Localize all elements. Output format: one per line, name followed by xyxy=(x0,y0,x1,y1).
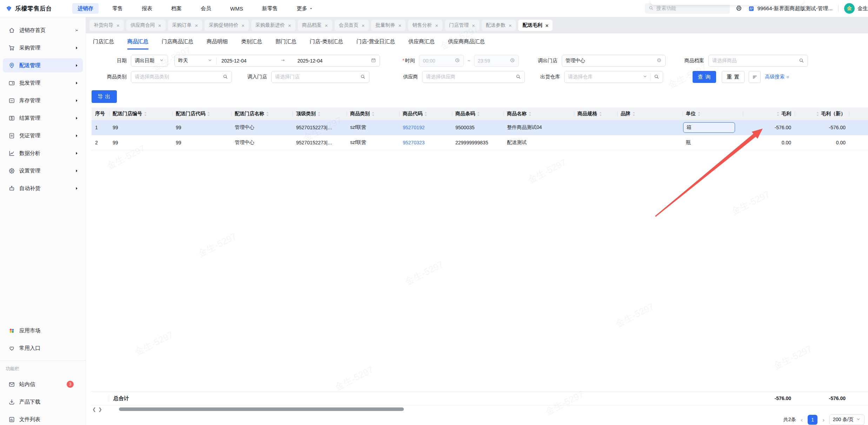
search-icon[interactable] xyxy=(222,74,228,80)
column-header[interactable]: 品牌 xyxy=(617,107,682,120)
sort-icon[interactable] xyxy=(632,111,635,117)
tab[interactable]: 会员首页× xyxy=(335,20,369,31)
column-header[interactable]: 商品代码 xyxy=(399,107,452,120)
sort-icon[interactable] xyxy=(776,111,780,117)
close-icon[interactable]: × xyxy=(195,23,198,28)
time-to-input[interactable]: 23:59 xyxy=(474,55,519,67)
date-range-picker[interactable]: 昨天 2025-12-04 2025-12-04 xyxy=(174,55,380,67)
next-page-icon[interactable]: › xyxy=(822,417,824,423)
topnav-item[interactable]: 零售 xyxy=(107,3,128,14)
sidebar-item[interactable]: 文件列表 xyxy=(3,412,83,425)
close-icon[interactable]: × xyxy=(325,23,328,28)
subtab[interactable]: 门店汇总 xyxy=(93,33,114,50)
product-input[interactable]: 请选择商品 xyxy=(708,55,808,67)
sort-icon[interactable] xyxy=(528,111,532,117)
sort-icon[interactable] xyxy=(477,111,480,117)
sidebar-item[interactable]: 凭证管理 xyxy=(3,129,83,143)
tab[interactable]: 销售分析× xyxy=(408,20,442,31)
subtab[interactable]: 商品明细 xyxy=(207,33,228,50)
collapse-sidebar-icon[interactable] xyxy=(74,28,79,33)
date-to-value[interactable]: 2025-12-04 xyxy=(298,58,323,64)
sidebar-item[interactable]: 采购管理 xyxy=(3,41,83,55)
close-icon[interactable]: × xyxy=(158,23,161,28)
sort-icon[interactable] xyxy=(816,111,819,117)
column-header[interactable]: 配送门店代码 xyxy=(172,107,231,120)
subtab[interactable]: 门店商品汇总 xyxy=(162,33,193,50)
tab[interactable]: 配送参数× xyxy=(482,20,516,31)
scrollbar-thumb[interactable] xyxy=(119,407,404,411)
in-store-input[interactable]: 请选择门店 xyxy=(271,71,369,83)
sidebar-item[interactable]: 站内信3 xyxy=(3,377,83,391)
column-header[interactable]: 单位 xyxy=(682,107,743,120)
tab[interactable]: 采购最新进价× xyxy=(251,20,295,31)
subtab[interactable]: 供应商商品汇总 xyxy=(448,33,485,50)
horizontal-scrollbar[interactable]: ❮ ❯ xyxy=(92,406,868,412)
topnav-item[interactable]: 档案 xyxy=(166,3,187,14)
page-button[interactable]: 1 xyxy=(808,415,817,425)
close-icon[interactable]: × xyxy=(398,23,401,28)
topnav-item[interactable]: 报表 xyxy=(136,3,158,14)
subtab[interactable]: 部门汇总 xyxy=(275,33,296,50)
scroll-right-icon[interactable]: ❯ xyxy=(98,407,103,412)
topnav-item[interactable]: 新零售 xyxy=(257,3,283,14)
close-icon[interactable]: × xyxy=(472,23,475,28)
sort-icon[interactable] xyxy=(424,111,427,117)
column-settings-button[interactable] xyxy=(749,71,761,83)
org-selector[interactable]: 99664-新界面商超版测试-管理... xyxy=(748,5,833,12)
date-type-select[interactable]: 调出日期 xyxy=(131,55,168,67)
tab[interactable]: 采购订单× xyxy=(168,20,202,31)
table-row[interactable]: 29999管理中心95270152273|…szf联营9527032322999… xyxy=(92,135,868,150)
sidebar-item[interactable]: 应用市场 xyxy=(3,323,83,338)
advanced-search-link[interactable]: 高级搜索 xyxy=(765,74,790,80)
clear-icon[interactable] xyxy=(656,58,662,64)
sort-icon[interactable] xyxy=(599,111,602,117)
query-button[interactable]: 查 询 xyxy=(693,71,716,83)
topnav-item[interactable]: WMS xyxy=(225,3,248,14)
sidebar-item[interactable]: 产品下载 xyxy=(3,395,83,409)
search-icon[interactable] xyxy=(515,74,521,80)
product-code-link[interactable]: 95270323 xyxy=(403,140,425,145)
printer-icon[interactable] xyxy=(735,5,742,13)
unit-cell-editor[interactable]: 箱 xyxy=(683,122,735,133)
product-code-link[interactable]: 95270192 xyxy=(403,125,425,130)
warehouse-select[interactable]: 请选择仓库 xyxy=(564,71,663,83)
column-header[interactable]: 配送门店编号 xyxy=(109,107,172,120)
time-from-input[interactable]: 00:00 xyxy=(419,55,464,67)
date-from-value[interactable]: 2025-12-04 xyxy=(221,58,247,64)
search-icon[interactable] xyxy=(360,74,366,80)
sidebar-item[interactable]: 库存管理 xyxy=(3,93,83,107)
sidebar-item[interactable]: 结算管理 xyxy=(3,111,83,125)
date-preset-select[interactable]: 昨天 xyxy=(175,58,216,64)
close-icon[interactable]: × xyxy=(241,23,245,28)
column-header[interactable]: 毛利 xyxy=(743,107,795,120)
sort-icon[interactable] xyxy=(144,111,147,117)
column-header[interactable]: 商品条码 xyxy=(452,107,503,120)
close-icon[interactable]: × xyxy=(116,23,120,28)
subtab[interactable]: 门店-营业日汇总 xyxy=(356,33,395,50)
sidebar-item[interactable]: 配送管理 xyxy=(3,58,83,72)
column-header[interactable]: 顶级类别 xyxy=(293,107,347,120)
calendar-icon[interactable] xyxy=(371,58,376,64)
tab[interactable]: 商品档案× xyxy=(298,20,332,31)
sort-icon[interactable] xyxy=(697,111,701,117)
sidebar-item[interactable]: 自动补货 xyxy=(3,181,83,195)
sidebar-item[interactable]: 常用入口 xyxy=(3,341,83,355)
search-icon[interactable] xyxy=(654,74,659,80)
topnav-item[interactable]: 会员 xyxy=(195,3,216,14)
close-icon[interactable]: × xyxy=(509,23,512,28)
prev-page-icon[interactable]: ‹ xyxy=(801,417,803,423)
reset-button[interactable]: 重 置 xyxy=(722,71,745,83)
subtab[interactable]: 类别汇总 xyxy=(241,33,262,50)
tab[interactable]: 配送毛利× xyxy=(518,20,553,31)
sort-icon[interactable] xyxy=(207,111,210,117)
close-icon[interactable]: × xyxy=(362,23,365,28)
search-icon[interactable] xyxy=(799,58,804,64)
sidebar-item[interactable]: 进销存首页 xyxy=(3,23,83,37)
close-icon[interactable]: × xyxy=(545,23,548,28)
topnav-item[interactable]: 更多 xyxy=(292,3,319,14)
page-size-select[interactable]: 200 条/页 xyxy=(829,414,864,425)
supplier-input[interactable]: 请选择供应商 xyxy=(422,71,525,83)
sort-icon[interactable] xyxy=(318,111,321,117)
tab[interactable]: 供应商合同× xyxy=(126,20,166,31)
sidebar-item[interactable]: 数据分析 xyxy=(3,146,83,160)
